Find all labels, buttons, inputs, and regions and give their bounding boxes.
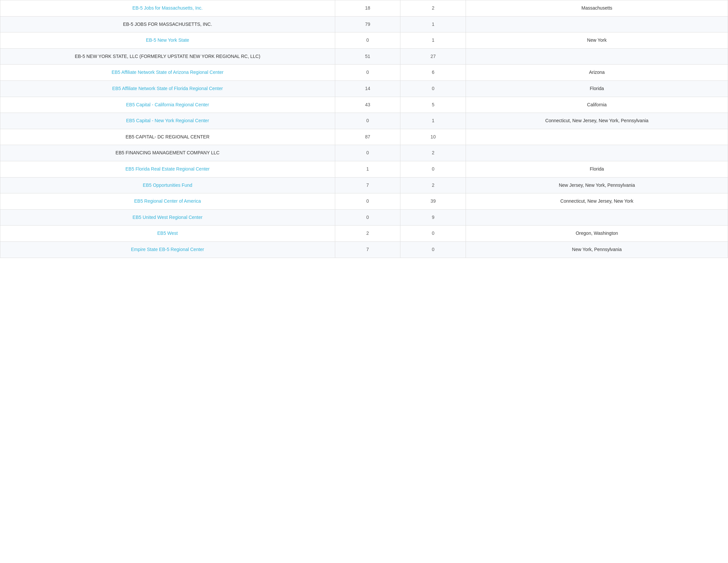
table-row: EB5 CAPITAL- DC REGIONAL CENTER8710 — [0, 129, 728, 145]
table-row: EB5 Affiliate Network State of Arizona R… — [0, 65, 728, 81]
table-row: EB5 West20Oregon, Washington — [0, 225, 728, 242]
state-cell: New York, Pennsylvania — [466, 241, 728, 258]
table-row: EB-5 JOBS FOR MASSACHUSETTS, INC.791 — [0, 16, 728, 32]
num2-cell: 1 — [400, 16, 466, 32]
center-name-cell: EB5 CAPITAL- DC REGIONAL CENTER — [0, 129, 335, 145]
table-row: EB-5 NEW YORK STATE, LLC (FORMERLY UPSTA… — [0, 48, 728, 65]
table-row: EB5 Capital - New York Regional Center01… — [0, 113, 728, 129]
center-name-cell[interactable]: EB5 Capital - New York Regional Center — [0, 113, 335, 129]
center-name-cell[interactable]: EB5 Affiliate Network State of Florida R… — [0, 80, 335, 97]
state-cell: California — [466, 97, 728, 113]
center-name-cell[interactable]: EB5 West — [0, 225, 335, 242]
table-row: EB5 Opportunities Fund72New Jersey, New … — [0, 177, 728, 193]
center-name-link[interactable]: EB5 Regional Center of America — [134, 198, 201, 204]
center-name-link[interactable]: EB-5 Jobs for Massachusetts, Inc. — [132, 5, 203, 11]
center-name-cell[interactable]: EB5 Affiliate Network State of Arizona R… — [0, 65, 335, 81]
center-name-link[interactable]: EB5 Capital - New York Regional Center — [126, 118, 209, 123]
table-row: EB5 Capital - California Regional Center… — [0, 97, 728, 113]
num1-cell: 0 — [335, 32, 400, 49]
num1-cell: 0 — [335, 113, 400, 129]
table-row: EB5 Regional Center of America039Connect… — [0, 193, 728, 210]
num2-cell: 1 — [400, 32, 466, 49]
num1-cell: 51 — [335, 48, 400, 65]
table-row: EB5 Florida Real Estate Regional Center1… — [0, 161, 728, 177]
num1-cell: 0 — [335, 65, 400, 81]
center-name-cell[interactable]: EB-5 Jobs for Massachusetts, Inc. — [0, 0, 335, 17]
num2-cell: 5 — [400, 97, 466, 113]
center-name-link[interactable]: EB5 Capital - California Regional Center — [126, 102, 209, 107]
table-row: EB5 United West Regional Center09 — [0, 209, 728, 225]
num1-cell: 1 — [335, 161, 400, 177]
num2-cell: 0 — [400, 161, 466, 177]
center-name-cell: EB-5 JOBS FOR MASSACHUSETTS, INC. — [0, 16, 335, 32]
num1-cell: 87 — [335, 129, 400, 145]
num1-cell: 79 — [335, 16, 400, 32]
center-name-cell[interactable]: EB5 Opportunities Fund — [0, 177, 335, 193]
num2-cell: 39 — [400, 193, 466, 210]
state-cell — [466, 209, 728, 225]
center-name-link[interactable]: EB-5 New York State — [146, 37, 189, 43]
center-name-cell[interactable]: EB5 Capital - California Regional Center — [0, 97, 335, 113]
state-cell — [466, 145, 728, 161]
num2-cell: 9 — [400, 209, 466, 225]
center-name-text: EB-5 NEW YORK STATE, LLC (FORMERLY UPSTA… — [75, 54, 260, 59]
state-cell: New Jersey, New York, Pennsylvania — [466, 177, 728, 193]
num2-cell: 2 — [400, 0, 466, 17]
state-cell: Oregon, Washington — [466, 225, 728, 242]
num2-cell: 0 — [400, 80, 466, 97]
num1-cell: 2 — [335, 225, 400, 242]
num2-cell: 2 — [400, 145, 466, 161]
table-row: EB-5 New York State01New York — [0, 32, 728, 49]
center-name-text: EB5 CAPITAL- DC REGIONAL CENTER — [125, 134, 209, 139]
center-name-link[interactable]: EB5 Affiliate Network State of Florida R… — [112, 86, 223, 91]
state-cell: New York — [466, 32, 728, 49]
state-cell: Connecticut, New Jersey, New York — [466, 193, 728, 210]
center-name-link[interactable]: EB5 Opportunities Fund — [143, 182, 192, 188]
data-table-container: EB-5 Jobs for Massachusetts, Inc.182Mass… — [0, 0, 728, 258]
num1-cell: 0 — [335, 145, 400, 161]
num1-cell: 18 — [335, 0, 400, 17]
center-name-link[interactable]: EB5 Florida Real Estate Regional Center — [125, 166, 209, 171]
num2-cell: 10 — [400, 129, 466, 145]
center-name-link[interactable]: Empire State EB-5 Regional Center — [131, 247, 204, 252]
state-cell: Florida — [466, 80, 728, 97]
state-cell: Connecticut, New Jersey, New York, Penns… — [466, 113, 728, 129]
table-row: EB5 Affiliate Network State of Florida R… — [0, 80, 728, 97]
num2-cell: 6 — [400, 65, 466, 81]
center-name-cell: EB-5 NEW YORK STATE, LLC (FORMERLY UPSTA… — [0, 48, 335, 65]
state-cell — [466, 48, 728, 65]
num2-cell: 27 — [400, 48, 466, 65]
center-name-cell[interactable]: Empire State EB-5 Regional Center — [0, 241, 335, 258]
num2-cell: 1 — [400, 113, 466, 129]
state-cell: Arizona — [466, 65, 728, 81]
center-name-link[interactable]: EB5 West — [157, 230, 178, 236]
center-name-cell[interactable]: EB5 Florida Real Estate Regional Center — [0, 161, 335, 177]
num2-cell: 0 — [400, 241, 466, 258]
num2-cell: 2 — [400, 177, 466, 193]
num1-cell: 7 — [335, 241, 400, 258]
center-name-cell[interactable]: EB5 Regional Center of America — [0, 193, 335, 210]
num1-cell: 43 — [335, 97, 400, 113]
center-name-link[interactable]: EB5 United West Regional Center — [133, 214, 203, 220]
state-cell — [466, 129, 728, 145]
center-name-link[interactable]: EB5 Affiliate Network State of Arizona R… — [112, 70, 223, 75]
center-name-text: EB5 FINANCING MANAGEMENT COMPANY LLC — [115, 150, 219, 155]
num1-cell: 0 — [335, 193, 400, 210]
num1-cell: 14 — [335, 80, 400, 97]
center-name-cell[interactable]: EB5 United West Regional Center — [0, 209, 335, 225]
table-row: EB5 FINANCING MANAGEMENT COMPANY LLC02 — [0, 145, 728, 161]
center-name-cell: EB5 FINANCING MANAGEMENT COMPANY LLC — [0, 145, 335, 161]
num1-cell: 7 — [335, 177, 400, 193]
center-name-cell[interactable]: EB-5 New York State — [0, 32, 335, 49]
regional-centers-table: EB-5 Jobs for Massachusetts, Inc.182Mass… — [0, 0, 728, 258]
table-row: EB-5 Jobs for Massachusetts, Inc.182Mass… — [0, 0, 728, 17]
table-row: Empire State EB-5 Regional Center70New Y… — [0, 241, 728, 258]
state-cell: Florida — [466, 161, 728, 177]
num2-cell: 0 — [400, 225, 466, 242]
state-cell — [466, 16, 728, 32]
num1-cell: 0 — [335, 209, 400, 225]
center-name-text: EB-5 JOBS FOR MASSACHUSETTS, INC. — [123, 22, 212, 27]
state-cell: Massachusetts — [466, 0, 728, 17]
